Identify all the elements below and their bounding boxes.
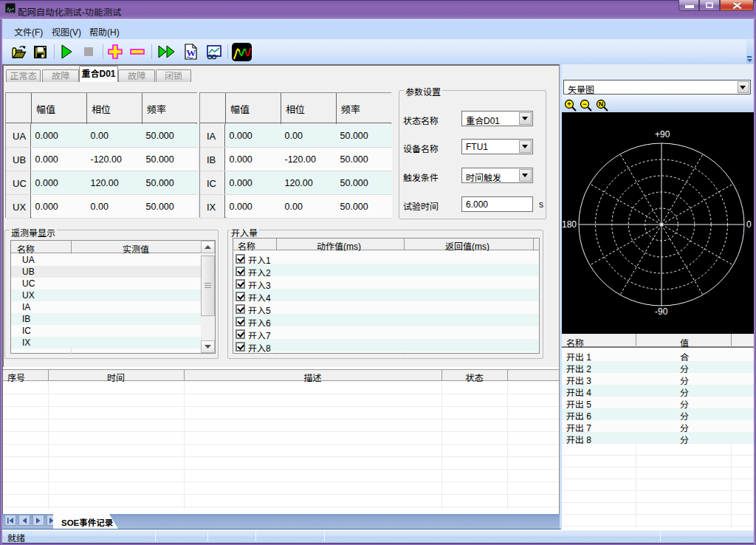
- svg-text:0: 0: [746, 219, 752, 230]
- svg-text:180: 180: [562, 219, 577, 230]
- svg-text:+: +: [567, 100, 571, 108]
- svg-text:−: −: [583, 100, 586, 108]
- svg-text:-90: -90: [655, 306, 668, 317]
- svg-text:+90: +90: [655, 129, 670, 140]
- svg-text:N: N: [599, 100, 604, 108]
